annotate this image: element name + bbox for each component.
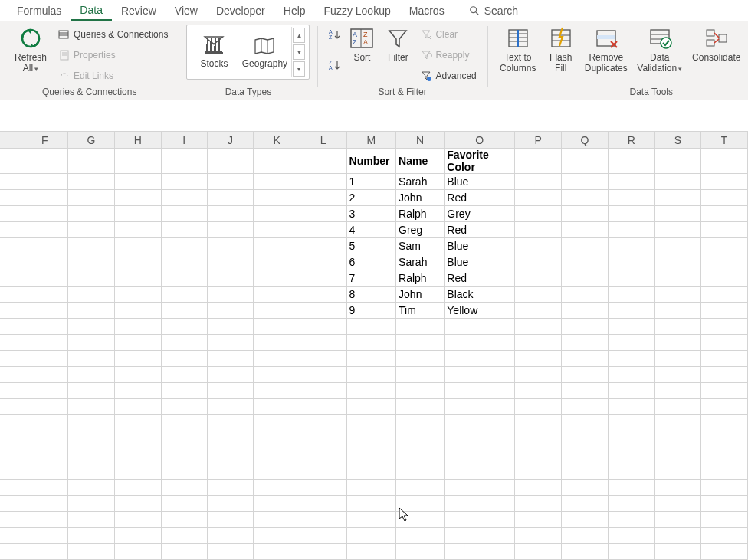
cell[interactable] — [300, 415, 346, 431]
cell[interactable] — [346, 447, 396, 463]
cell[interactable] — [114, 383, 161, 399]
cell[interactable] — [654, 270, 701, 287]
cell[interactable] — [114, 319, 161, 335]
cell[interactable] — [445, 351, 515, 367]
cell[interactable] — [254, 431, 300, 447]
cell[interactable] — [114, 512, 161, 528]
cell[interactable] — [254, 480, 300, 496]
gallery-expand[interactable]: ▾ — [293, 61, 305, 77]
cell[interactable]: 5 — [346, 238, 396, 254]
cell[interactable] — [701, 383, 748, 399]
cell[interactable] — [562, 431, 609, 447]
cell[interactable] — [161, 270, 207, 287]
cell[interactable] — [161, 222, 207, 238]
cell[interactable] — [161, 383, 207, 399]
cell[interactable] — [300, 383, 346, 399]
cell[interactable] — [300, 528, 346, 544]
cell[interactable] — [0, 222, 21, 238]
cell[interactable] — [207, 415, 253, 431]
cell[interactable] — [701, 222, 748, 238]
cell[interactable] — [608, 415, 654, 431]
cell[interactable]: Number — [346, 149, 396, 174]
filter-button[interactable]: Filter — [380, 25, 415, 64]
cell[interactable] — [445, 528, 515, 544]
cell[interactable] — [515, 319, 562, 335]
cell[interactable] — [396, 496, 445, 512]
cell[interactable] — [21, 480, 68, 496]
cell[interactable] — [396, 431, 445, 447]
cell[interactable] — [161, 335, 207, 351]
cell[interactable] — [300, 367, 346, 383]
cell[interactable] — [207, 447, 253, 463]
cell[interactable] — [207, 528, 253, 544]
cell[interactable] — [346, 335, 396, 351]
colhdr-partial[interactable] — [0, 132, 21, 149]
cell[interactable]: John — [396, 190, 445, 206]
cell[interactable] — [701, 303, 748, 319]
cell[interactable] — [515, 512, 562, 528]
cell[interactable] — [161, 190, 207, 206]
cell[interactable] — [608, 149, 654, 174]
cell[interactable] — [68, 254, 115, 270]
cell[interactable] — [515, 480, 562, 496]
cell[interactable] — [701, 335, 748, 351]
cell[interactable] — [207, 287, 253, 303]
tab-developer[interactable]: Developer — [207, 2, 274, 20]
cell[interactable]: 1 — [346, 174, 396, 190]
cell[interactable]: Yellow — [445, 303, 515, 319]
colhdr-K[interactable]: K — [254, 132, 300, 149]
cell[interactable] — [300, 270, 346, 287]
cell[interactable] — [161, 174, 207, 190]
cell[interactable] — [608, 190, 654, 206]
cell[interactable] — [0, 254, 21, 270]
cell[interactable]: Greg — [396, 222, 445, 238]
cell[interactable] — [68, 287, 115, 303]
sort-desc-button[interactable]: ZA — [325, 55, 343, 75]
cell[interactable] — [68, 303, 115, 319]
cell[interactable] — [608, 431, 654, 447]
cell[interactable] — [396, 319, 445, 335]
cell[interactable] — [114, 335, 161, 351]
cell[interactable] — [654, 496, 701, 512]
cell[interactable] — [161, 287, 207, 303]
cell[interactable] — [207, 383, 253, 399]
cell[interactable] — [21, 174, 68, 190]
cell[interactable] — [207, 480, 253, 496]
cell[interactable] — [445, 319, 515, 335]
cell[interactable] — [21, 319, 68, 335]
cell[interactable] — [161, 480, 207, 496]
cell[interactable] — [701, 254, 748, 270]
cell[interactable] — [254, 383, 300, 399]
cell[interactable] — [562, 270, 609, 287]
cell[interactable] — [654, 190, 701, 206]
cell[interactable] — [68, 335, 115, 351]
tab-formulas[interactable]: Formulas — [8, 2, 71, 20]
cell[interactable] — [207, 254, 253, 270]
cell[interactable] — [346, 319, 396, 335]
cell[interactable] — [161, 319, 207, 335]
cell[interactable] — [68, 319, 115, 335]
cell[interactable] — [701, 367, 748, 383]
cell[interactable] — [701, 447, 748, 463]
cell[interactable] — [68, 238, 115, 254]
cell[interactable] — [114, 447, 161, 463]
stocks-type-button[interactable]: Stocks — [190, 35, 238, 69]
cell[interactable] — [445, 431, 515, 447]
cell[interactable] — [608, 544, 654, 560]
cell[interactable] — [68, 512, 115, 528]
cell[interactable] — [161, 399, 207, 415]
cell[interactable] — [701, 319, 748, 335]
tab-review[interactable]: Review — [112, 2, 166, 20]
cell[interactable]: Favorite Color — [445, 149, 515, 174]
cell[interactable] — [562, 415, 609, 431]
colhdr-M[interactable]: M — [346, 132, 396, 149]
cell[interactable] — [608, 480, 654, 496]
cell[interactable] — [608, 447, 654, 463]
cell[interactable] — [254, 222, 300, 238]
cell[interactable]: Tim — [396, 303, 445, 319]
cell[interactable] — [21, 447, 68, 463]
search-box[interactable]: Search — [469, 5, 518, 17]
cell[interactable] — [445, 415, 515, 431]
cell[interactable] — [608, 335, 654, 351]
cell[interactable]: 7 — [346, 270, 396, 287]
